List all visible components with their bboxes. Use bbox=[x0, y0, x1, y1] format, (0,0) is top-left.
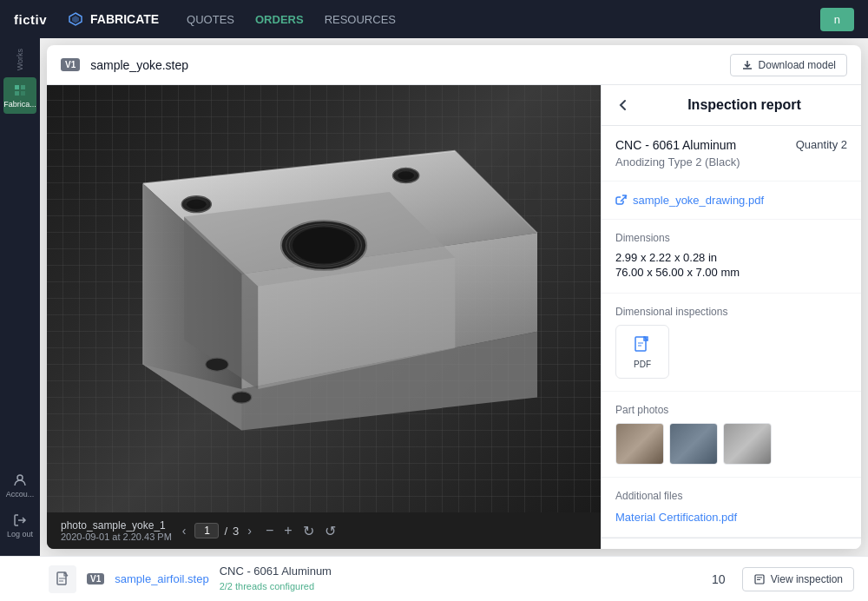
view-inspection-button[interactable]: View inspection bbox=[742, 567, 854, 591]
download-icon bbox=[741, 59, 753, 71]
bottom-threads-status: 2/2 threads configured bbox=[220, 581, 314, 591]
nav-resources[interactable]: RESOURCES bbox=[325, 13, 396, 26]
sidebar-account[interactable]: Accou... bbox=[3, 469, 36, 502]
page-input[interactable] bbox=[194, 523, 219, 538]
step-file-icon bbox=[54, 571, 71, 588]
panel-header: Inspection report bbox=[602, 85, 861, 126]
fabricate-sidebar-icon bbox=[12, 83, 28, 98]
quantity-label: Quantity 2 bbox=[796, 138, 847, 151]
download-model-button[interactable]: Download model bbox=[730, 54, 847, 76]
cta-button[interactable]: n bbox=[820, 8, 854, 31]
svg-point-16 bbox=[187, 200, 207, 209]
material-cert-link[interactable]: Material Certification.pdf bbox=[615, 511, 737, 524]
inspection-icon bbox=[753, 573, 766, 585]
photo-thumb-2[interactable] bbox=[669, 423, 718, 465]
svg-rect-2 bbox=[15, 85, 19, 89]
sidebar-section-label: Works bbox=[16, 49, 24, 70]
finish-label: Anodizing Type 2 (Black) bbox=[615, 155, 847, 168]
dim-metric: 76.00 x 56.00 x 7.00 mm bbox=[615, 266, 847, 279]
modal: V1 sample_yoke.step Download model bbox=[47, 45, 861, 549]
pdf-label: PDF bbox=[634, 360, 651, 369]
dimensions-label: Dimensions bbox=[615, 232, 847, 244]
photo-image-2 bbox=[670, 424, 717, 464]
photo-thumb-3[interactable] bbox=[723, 423, 772, 465]
bottom-threads-info: 2/2 threads configured bbox=[220, 578, 332, 593]
photo-image-3 bbox=[724, 424, 771, 464]
link-icon bbox=[615, 195, 628, 207]
drawing-section: sample_yoke_drawing.pdf bbox=[602, 182, 861, 220]
svg-rect-4 bbox=[15, 91, 19, 96]
back-arrow-icon bbox=[615, 97, 631, 113]
modal-file-name: sample_yoke.step bbox=[90, 58, 719, 72]
zoom-in-button[interactable]: + bbox=[280, 521, 295, 541]
page-total: 3 bbox=[233, 525, 239, 538]
bottom-file-link[interactable]: sample_airfoil.step bbox=[115, 572, 208, 585]
pdf-icon bbox=[632, 335, 653, 356]
next-page-button[interactable]: › bbox=[244, 522, 255, 539]
svg-rect-3 bbox=[21, 85, 25, 89]
main-nav: QUOTES ORDERS RESOURCES bbox=[187, 13, 396, 26]
main-layout: Works Fabrica... Accou... bbox=[0, 38, 868, 556]
brand-label: FABRICATE bbox=[68, 11, 159, 27]
photo-image-1 bbox=[616, 424, 663, 464]
zoom-out-button[interactable]: − bbox=[262, 521, 277, 541]
bottom-material-label: CNC - 6061 Aluminum bbox=[220, 565, 332, 578]
bottom-quantity: 10 bbox=[706, 572, 732, 586]
page-separator: / bbox=[224, 525, 227, 538]
modal-body: photo_sample_yoke_1 2020-09-01 at 2.20.4… bbox=[47, 85, 861, 549]
pagination: ‹ / 3 › bbox=[179, 522, 255, 539]
nav-quotes[interactable]: QUOTES bbox=[187, 13, 234, 26]
image-info: photo_sample_yoke_1 2020-09-01 at 2.20.4… bbox=[61, 519, 172, 542]
material-section: CNC - 6061 Aluminum Quantity 2 Anodizing… bbox=[602, 126, 861, 182]
svg-marker-1 bbox=[72, 16, 79, 23]
part-photos-label: Part photos bbox=[615, 404, 847, 416]
back-button[interactable] bbox=[615, 97, 631, 113]
image-label: photo_sample_yoke_1 bbox=[61, 519, 172, 532]
photo-thumb-1[interactable] bbox=[615, 423, 664, 465]
svg-point-22 bbox=[293, 228, 355, 264]
image-date: 2020-09-01 at 2.20.43 PM bbox=[61, 532, 172, 542]
fabricate-icon bbox=[68, 11, 83, 27]
bottom-version-badge: V1 bbox=[87, 573, 104, 584]
inspection-panel: Inspection report CNC - 6061 Aluminum Qu… bbox=[601, 85, 861, 549]
rotate-cw-button[interactable]: ↺ bbox=[321, 521, 339, 541]
rotate-ccw-button[interactable]: ↻ bbox=[299, 521, 318, 541]
svg-point-19 bbox=[398, 171, 414, 179]
modal-header: V1 sample_yoke.step Download model bbox=[47, 45, 861, 85]
sidebar-fabricate-label: Fabrica... bbox=[3, 100, 36, 109]
image-main bbox=[47, 85, 601, 512]
bottom-material-info: CNC - 6061 Aluminum 2/2 threads configur… bbox=[220, 565, 332, 593]
dimensions-section: Dimensions 2.99 x 2.22 x 0.28 in 76.00 x… bbox=[602, 220, 861, 294]
additional-files-label: Additional files bbox=[615, 490, 847, 502]
prev-page-button[interactable]: ‹ bbox=[179, 522, 190, 539]
sidebar-bottom: Accou... Log out bbox=[3, 462, 36, 549]
panel-footer: Close bbox=[602, 538, 861, 549]
content-area: V1 sample_yoke.step Download model bbox=[40, 38, 868, 556]
image-controls: photo_sample_yoke_1 2020-09-01 at 2.20.4… bbox=[47, 512, 601, 549]
fictiv-logo: fictiv bbox=[14, 12, 47, 27]
bottom-file-icon bbox=[49, 565, 76, 593]
material-row: CNC - 6061 Aluminum Quantity 2 bbox=[615, 138, 847, 152]
panel-title: Inspection report bbox=[641, 97, 847, 113]
svg-rect-5 bbox=[21, 91, 25, 96]
material-label: CNC - 6061 Aluminum bbox=[615, 138, 736, 152]
nav-orders[interactable]: ORDERS bbox=[255, 13, 304, 26]
logout-icon bbox=[12, 512, 28, 528]
dimensional-inspections-label: Dimensional inspections bbox=[615, 306, 847, 318]
svg-point-6 bbox=[17, 475, 23, 480]
drawing-link[interactable]: sample_yoke_drawing.pdf bbox=[615, 194, 847, 207]
photos-row bbox=[615, 423, 847, 465]
additional-files-section: Additional files Material Certification.… bbox=[602, 478, 861, 538]
dim-imperial: 2.99 x 2.22 x 0.28 in bbox=[615, 251, 847, 264]
part-image bbox=[47, 85, 601, 512]
sidebar: Works Fabrica... Accou... bbox=[0, 38, 40, 556]
account-icon bbox=[12, 472, 28, 488]
zoom-controls: − + ↻ ↺ bbox=[262, 521, 339, 541]
top-navigation: fictiv FABRICATE QUOTES ORDERS RESOURCES… bbox=[0, 0, 868, 38]
sidebar-item-fabricate[interactable]: Fabrica... bbox=[3, 77, 36, 114]
pdf-card[interactable]: PDF bbox=[615, 325, 669, 379]
image-viewer: photo_sample_yoke_1 2020-09-01 at 2.20.4… bbox=[47, 85, 601, 549]
sidebar-logout[interactable]: Log out bbox=[3, 509, 36, 542]
part-photos-section: Part photos bbox=[602, 392, 861, 478]
account-label: Accou... bbox=[6, 490, 35, 499]
